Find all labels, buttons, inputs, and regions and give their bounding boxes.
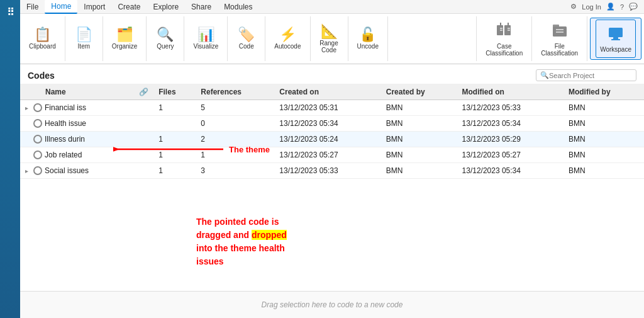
ribbon-group-organize: 🗂️ Organize [103,16,147,61]
cell-modified-by: BMN [564,163,644,179]
cell-modified-by: BMN [564,116,644,132]
svg-rect-9 [553,25,559,28]
cell-link [134,116,153,132]
cell-name: ▸ Social issues [20,163,134,179]
menu-explore[interactable]: Explore [147,1,185,13]
cell-created-on: 13/12/2023 05:27 [274,147,380,163]
search-icon: 🔍 [540,71,549,79]
organize-icon: 🗂️ [116,28,133,42]
table-row[interactable]: ▸ Social issues 1 3 13/12/2023 05:33 BMN… [20,163,644,179]
table-row[interactable]: ▸ Financial iss 1 5 13/12/2023 05:31 BMN… [20,100,644,116]
uncode-button[interactable]: 🔓 Uncode [353,18,382,60]
ribbon: 📋 Clipboard 📄 Item 🗂️ Organize 🔍 Query [20,14,644,64]
col-header-name: Name [20,84,134,100]
menu-import[interactable]: Import [77,1,111,13]
log-in-button[interactable]: Log In [582,3,601,11]
item-icon: 📄 [75,28,92,42]
code-icon: 🏷️ [238,28,255,42]
code-name: Illness durin [45,135,85,144]
organize-button[interactable]: 🗂️ Organize [108,18,142,60]
file-classification-label: FileClassification [541,43,578,57]
rangecode-icon: 📐 [321,25,338,38]
case-classification-button[interactable]: CaseClassification [482,18,526,60]
col-header-link: 🔗 [134,84,153,100]
cell-link [134,100,153,116]
cell-name: ▸ Financial iss [20,100,134,116]
menu-file[interactable]: File [20,1,45,13]
expand-icon[interactable]: ▸ [25,105,31,111]
code-name: Health issue [45,119,86,128]
file-classification-icon [551,21,569,42]
col-header-modified-on: Modified on [457,84,564,100]
code-label: Code [239,43,254,50]
clipboard-button[interactable]: 📋 Clipboard [25,18,60,60]
organize-label: Organize [112,43,138,50]
query-button[interactable]: 🔍 Query [153,18,177,60]
search-input[interactable] [549,72,631,79]
cell-references: 5 [196,100,274,116]
autocode-label: Autocode [274,43,301,50]
cell-files: 1 [153,163,196,179]
col-header-created-on: Created on [274,84,380,100]
sidebar: ⠿ [0,0,20,318]
menu-modules[interactable]: Modules [218,1,258,13]
code-name: Job related [45,150,82,159]
menu-bar: File Home Import Create Explore Share Mo… [20,0,644,14]
codes-section: Codes 🔍 Name 🔗 Files References Created … [20,64,644,318]
cell-modified-on: 13/12/2023 05:29 [457,132,564,147]
user-icon: 👤 [606,3,615,11]
file-classification-button[interactable]: FileClassification [537,18,582,60]
help-icon[interactable]: ? [620,3,624,11]
cell-references: 0 [196,116,274,132]
query-label: Query [157,43,174,50]
autocode-button[interactable]: ⚡ Autocode [270,18,304,60]
ribbon-group-clipboard: 📋 Clipboard [20,16,65,61]
code-circle-icon [33,119,42,128]
ribbon-group-workspace: Workspace [590,18,641,60]
ribbon-group-query: 🔍 Query [147,16,184,61]
menu-create[interactable]: Create [111,1,147,13]
visualize-icon: 📊 [197,28,214,42]
clipboard-icon: 📋 [34,28,51,42]
rangecode-button[interactable]: 📐 Range Code [316,18,341,60]
item-button[interactable]: 📄 Item [72,18,96,60]
cell-modified-on: 13/12/2023 05:34 [457,116,564,132]
ribbon-group-autocode: ⚡ Autocode [265,16,310,61]
case-classification-icon [496,21,513,42]
cell-files: 1 [153,100,196,116]
cell-created-by: BMN [381,116,457,132]
table-row[interactable]: ▸ Health issue 0 13/12/2023 05:34 BMN 13… [20,116,644,132]
uncode-label: Uncode [357,43,379,50]
visualize-button[interactable]: 📊 Visualize [189,18,222,60]
autocode-icon: ⚡ [279,28,296,42]
annotation-text: The pointed code isdragged and droppedin… [196,215,287,268]
cell-created-by: BMN [381,147,457,163]
expand-icon[interactable]: ▸ [25,168,31,174]
ribbon-group-uncode: 🔓 Uncode [348,16,388,61]
menu-share[interactable]: Share [185,1,218,13]
cell-modified-on: 13/12/2023 05:34 [457,163,564,179]
settings-icon[interactable]: ⚙ [570,3,577,11]
search-box[interactable]: 🔍 [536,69,636,81]
ribbon-group-case-classification: CaseClassification [477,16,532,61]
workspace-button[interactable]: Workspace [596,20,636,58]
workspace-icon [607,25,625,45]
cell-created-on: 13/12/2023 05:31 [274,100,380,116]
cell-modified-on: 13/12/2023 05:33 [457,100,564,116]
uncode-icon: 🔓 [359,28,376,42]
codes-title: Codes [28,71,55,81]
code-button[interactable]: 🏷️ Code [234,18,258,60]
cell-link [134,163,153,179]
ribbon-group-rangecode: 📐 Range Code [311,16,348,61]
ribbon-group-visualize: 📊 Visualize [184,16,228,61]
chat-icon[interactable]: 💬 [629,3,638,11]
drag-footer: Drag selection here to code to a new cod… [20,291,644,318]
visualize-label: Visualize [193,43,218,50]
sidebar-icon: ⠿ [7,6,13,18]
code-circle-icon [33,150,42,159]
menu-home[interactable]: Home [45,0,77,14]
cell-files [153,116,196,132]
code-name: Financial iss [45,103,86,112]
cell-references: 3 [196,163,274,179]
health-issue-arrow: The theme [113,140,270,159]
